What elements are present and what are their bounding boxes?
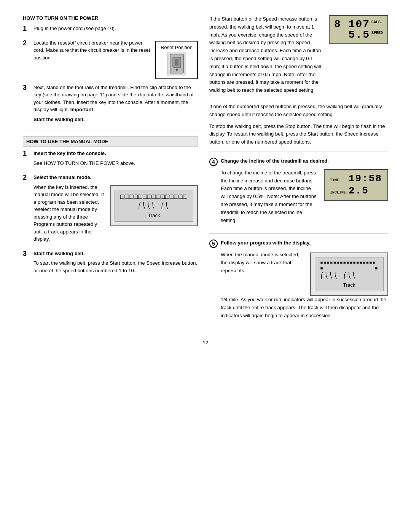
- manual-step2-text: When the key is inserted, the manual mod…: [33, 184, 106, 245]
- manual-step2-number: 2: [23, 174, 31, 182]
- track-label-left: Track: [148, 212, 160, 218]
- right-step5: 5 Follow your progress with the display.…: [209, 239, 388, 323]
- time-label: TIME: [330, 178, 347, 182]
- time-value: 19:58: [349, 173, 382, 184]
- lcd-display-top: 8 107 CALS. 5.5 SPEED: [329, 15, 388, 44]
- step1-number: 1: [23, 25, 31, 33]
- reset-pos-image: [167, 53, 186, 75]
- section1-title: HOW TO TURN ON THE POWER: [23, 15, 198, 21]
- right-divider2: [209, 233, 388, 234]
- track-dots-left: □□□□□□□□□□□□□□□: [120, 193, 188, 201]
- manual-step1-content: Insert the key into the console. See HOW…: [33, 150, 198, 169]
- manual-step1-number: 1: [23, 150, 31, 158]
- track-display-left: □□□□□□□□□□□□□□□ ⎛⎝⎝⎝ ⎛⎝ Track: [110, 184, 198, 226]
- svg-rect-2: [175, 59, 178, 66]
- right-step4-content: Change the incline of the treadmill as d…: [221, 157, 388, 228]
- track-row3-right: ⎛⎝⎝⎝ ⎛⎝⎝: [320, 272, 378, 279]
- step4-text-area: To change the incline of the treadmill, …: [221, 169, 319, 228]
- step4-text: To change the incline of the treadmill, …: [221, 169, 319, 225]
- track-inner-left: □□□□□□□□□□□□□□□ ⎛⎝⎝⎝ ⎛⎝ Track: [115, 190, 193, 222]
- right-para3: To stop the walking belt, press the Stop…: [209, 123, 388, 146]
- left-column: HOW TO TURN ON THE POWER 1 Plug in the p…: [23, 15, 198, 328]
- section2-box: HOW TO USE THE MANUAL MODE: [23, 136, 198, 147]
- manual-step1-sub: See HOW TO TURN ON THE POWER above.: [33, 160, 198, 167]
- incline-row-time: TIME 19:58: [330, 173, 382, 184]
- section-divider: [23, 131, 198, 131]
- track-outer-left: □□□□□□□□□□□□□□□ ⎛⎝⎝⎝ ⎛⎝ Track: [110, 185, 198, 226]
- right-step4-bold: Change the incline of the treadmill as d…: [221, 158, 329, 164]
- right-column: If the Start button or the Speed increas…: [209, 15, 388, 328]
- manual-step3-number: 3: [23, 250, 31, 258]
- step1-content: Plug in the power cord (see page 10).: [33, 25, 198, 35]
- lcd-cals-label: CALS.: [371, 21, 383, 24]
- step2-number: 2: [23, 39, 31, 48]
- page-number: 12: [23, 340, 388, 345]
- step5-text-b: 1/4 mile. As you walk or run, indicators…: [221, 296, 388, 320]
- right-step5-content: Follow your progress with the display. W…: [221, 239, 388, 323]
- right-paras-top: If the Start button or the Speed increas…: [209, 15, 321, 98]
- right-step5-bold: Follow your progress with the display.: [221, 240, 311, 246]
- reset-position-box: Reset Position: [155, 41, 198, 79]
- right-step4: 4 Change the incline of the treadmill as…: [209, 157, 388, 228]
- track-display-right: ■■■■■■■■■■■■■■■■■ ■ ■ ⎛⎝⎝⎝ ⎛⎝⎝: [310, 251, 388, 296]
- lcd-top-num: 8 107: [334, 19, 370, 30]
- track-inner-right: ■■■■■■■■■■■■■■■■■ ■ ■ ⎛⎝⎝⎝ ⎛⎝⎝: [315, 257, 384, 291]
- left-step3: 3 Next, stand on the foot rails of the t…: [23, 84, 198, 126]
- incline-value: 2.5: [349, 185, 369, 197]
- right-para1: If the Start button or the Speed increas…: [209, 15, 321, 94]
- track-label-right: Track: [343, 282, 355, 288]
- manual-step3-content: Start the walking belt. To start the wal…: [33, 250, 198, 277]
- step1-text: Plug in the power cord (see page 10).: [33, 25, 198, 32]
- reset-pos-label: Reset Position: [161, 45, 193, 50]
- manual-step2-bold: Select the manual mode.: [33, 174, 91, 180]
- manual-step1: 1 Insert the key into the console. See H…: [23, 150, 198, 169]
- step2-text: Locate the reset/off circuit breaker nea…: [33, 39, 151, 64]
- step5-text-a: When the manual mode is selected, the di…: [221, 251, 305, 275]
- lcd-row2: 5.5 SPEED: [334, 30, 383, 40]
- step5-with-display: When the manual mode is selected, the di…: [221, 251, 388, 296]
- circuit-breaker-icon: [168, 53, 185, 74]
- incline-display-box: TIME 19:58 INCLINE 2.5: [324, 169, 388, 201]
- manual-step3: 3 Start the walking belt. To start the w…: [23, 250, 198, 277]
- track-inner-right-rows: ■■■■■■■■■■■■■■■■■ ■ ■ ⎛⎝⎝⎝ ⎛⎝⎝: [320, 260, 378, 279]
- lcd-speed-label: SPEED: [371, 31, 383, 35]
- step2-para: Locate the reset/off circuit breaker nea…: [33, 39, 151, 62]
- step2-content: Locate the reset/off circuit breaker nea…: [33, 39, 198, 79]
- left-step2: 2 Locate the reset/off circuit breaker n…: [23, 39, 198, 79]
- track-dots-row2-left: ⎛⎝⎝⎝ ⎛⎝: [138, 202, 170, 209]
- right-divider1: [209, 152, 388, 152]
- step3-number: 3: [23, 84, 31, 92]
- lcd-bottom-num: 5.5: [349, 30, 370, 40]
- manual-step2-with-image: When the key is inserted, the manual mod…: [33, 184, 198, 245]
- section2-title: HOW TO USE THE MANUAL MODE: [26, 139, 108, 144]
- manual-step2: 2 Select the manual mode. When the key i…: [23, 174, 198, 245]
- track-outer-right: ■■■■■■■■■■■■■■■■■ ■ ■ ⎛⎝⎝⎝ ⎛⎝⎝: [310, 252, 388, 296]
- step3-bold-para: Start the walking belt.: [33, 116, 198, 123]
- lcd-box: 8 107 CALS. 5.5 SPEED: [329, 15, 388, 44]
- incline-row-incline: INCLINE 2.5: [330, 185, 382, 197]
- step3-para1: Next, stand on the foot rails of the tre…: [33, 84, 198, 113]
- right-top-area: If the Start button or the Speed increas…: [209, 15, 388, 98]
- incline-label: INCLINE: [330, 190, 347, 195]
- svg-point-3: [175, 69, 178, 71]
- right-para2: If one of the numbered speed buttons is …: [209, 103, 388, 119]
- step4-with-display: To change the incline of the treadmill, …: [221, 169, 388, 228]
- incline-lcd: TIME 19:58 INCLINE 2.5: [324, 169, 388, 201]
- track-row1-right: ■■■■■■■■■■■■■■■■■: [320, 260, 378, 265]
- left-step1: 1 Plug in the power cord (see page 10).: [23, 25, 198, 35]
- step2-with-image: Locate the reset/off circuit breaker nea…: [33, 39, 198, 79]
- manual-step3-bold: Start the walking belt.: [33, 251, 84, 256]
- right-step5-circle: 5: [209, 240, 218, 248]
- step5-text-area: When the manual mode is selected, the di…: [221, 251, 305, 278]
- manual-step2-content: Select the manual mode. When the key is …: [33, 174, 198, 245]
- step3-content: Next, stand on the foot rails of the tre…: [33, 84, 198, 126]
- manual-step2-para: When the key is inserted, the manual mod…: [33, 184, 106, 243]
- right-step4-circle: 4: [209, 158, 218, 166]
- manual-step3-para: To start the walking belt, press the Sta…: [33, 259, 198, 274]
- manual-step1-bold: Insert the key into the console.: [33, 150, 106, 156]
- lcd-row1: 8 107 CALS.: [334, 19, 383, 30]
- track-row2-right: ■ ■: [320, 266, 378, 271]
